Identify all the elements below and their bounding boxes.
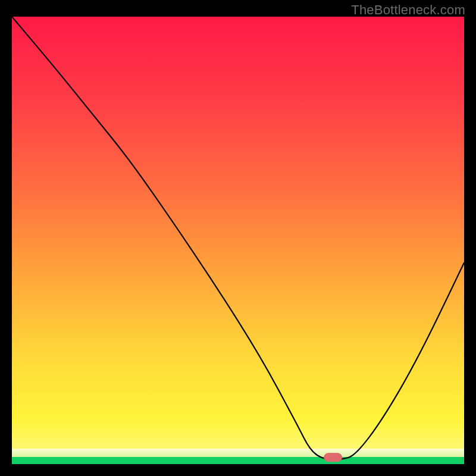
watermark-text: TheBottleneck.com	[351, 2, 465, 18]
curve-svg	[12, 17, 464, 464]
chart-frame: TheBottleneck.com	[0, 0, 476, 476]
selected-point-marker	[324, 453, 342, 462]
bottleneck-curve-path	[12, 17, 464, 459]
plot-area	[12, 17, 464, 464]
